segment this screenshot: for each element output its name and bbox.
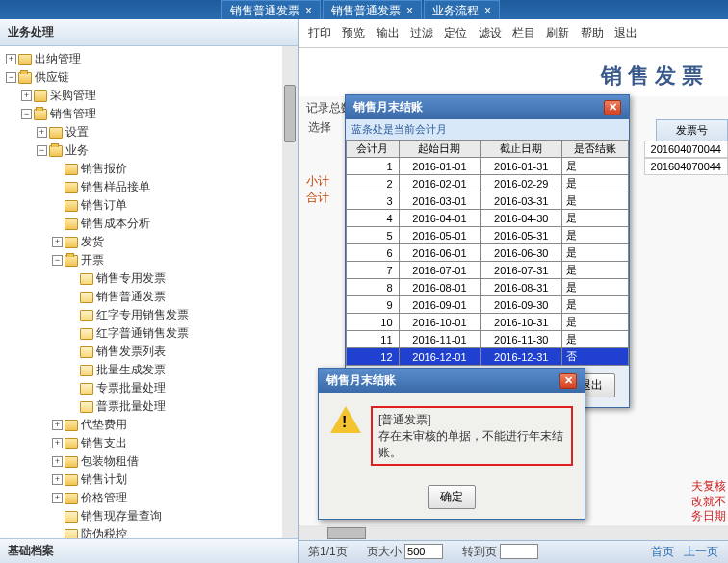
tree-quote[interactable]: 销售报价	[2, 160, 296, 178]
toolbar-locate[interactable]: 定位	[444, 26, 467, 39]
top-tab[interactable]: 业务流程×	[424, 0, 500, 19]
tree-batch-normal[interactable]: 普票批量处理	[2, 397, 296, 416]
col-end: 截止日期	[481, 141, 562, 158]
status-bar: 第1/1页 页大小 转到页 首页 上一页	[299, 540, 728, 563]
expand-icon[interactable]: +	[52, 420, 63, 430]
expand-icon[interactable]: +	[52, 438, 63, 448]
top-tab[interactable]: 销售普通发票×	[221, 0, 321, 19]
tree-inv-red-special[interactable]: 红字专用销售发票	[2, 306, 296, 324]
period-table: 会计月 起始日期 截止日期 是否结账 12016-01-012016-01-31…	[346, 140, 629, 366]
toolbar-exit[interactable]: 退出	[614, 26, 637, 39]
expand-icon[interactable]: +	[6, 54, 16, 64]
page-size-input[interactable]	[404, 544, 443, 559]
dialog-hint: 蓝条处是当前会计月	[346, 119, 629, 140]
subtotal-label: 小计合计	[306, 173, 329, 206]
message-dialog: 销售月末结账 ✕ [普通发票] 存在未审核的单据，不能进行年末结账。 确定	[318, 368, 585, 520]
filter-label: 选择	[308, 119, 331, 136]
tree-sales[interactable]: −销售管理	[2, 105, 296, 123]
toolbar-filter[interactable]: 过滤	[410, 26, 433, 39]
tree-scrollbar[interactable]	[282, 46, 298, 538]
tree-cashier[interactable]: +出纳管理	[2, 50, 296, 68]
toolbar-output[interactable]: 输出	[377, 26, 400, 39]
tree-inv-list[interactable]: 销售发票列表	[2, 343, 296, 361]
message-text: [普通发票] 存在未审核的单据，不能进行年末结账。	[371, 406, 573, 466]
expand-icon[interactable]: +	[37, 127, 47, 138]
period-row[interactable]: 12016-01-012016-01-31是	[347, 158, 629, 175]
scrollbar-thumb[interactable]	[327, 527, 366, 539]
tree-sample[interactable]: 销售样品接单	[2, 178, 296, 196]
scrollbar-thumb[interactable]	[284, 85, 296, 142]
expand-icon[interactable]: +	[52, 456, 63, 467]
collapse-icon[interactable]: −	[21, 109, 32, 119]
period-row[interactable]: 102016-10-012016-10-31是	[347, 314, 629, 331]
tree-prepaid[interactable]: +代垫费用	[2, 416, 296, 434]
tree-packaging[interactable]: +包装物租借	[2, 452, 296, 471]
dialog-titlebar[interactable]: 销售月末结账 ✕	[319, 369, 585, 393]
first-page-link[interactable]: 首页	[651, 544, 674, 560]
col-closed: 是否结账	[562, 141, 629, 158]
horizontal-scrollbar[interactable]	[299, 525, 728, 540]
tree-price[interactable]: +价格管理	[2, 489, 296, 507]
sidebar-footer[interactable]: 基础档案	[0, 538, 298, 563]
toolbar-refresh[interactable]: 刷新	[546, 26, 569, 39]
tree-invoice[interactable]: −开票	[2, 251, 296, 269]
expand-icon[interactable]: +	[52, 237, 63, 247]
tree-batch-gen[interactable]: 批量生成发票	[2, 361, 296, 379]
table-row[interactable]: 201604070044	[644, 158, 728, 175]
period-row[interactable]: 32016-03-012016-03-31是	[347, 192, 629, 210]
close-icon[interactable]: ×	[406, 4, 413, 17]
expand-icon[interactable]: +	[52, 474, 63, 485]
col-period: 会计月	[347, 141, 400, 158]
collapse-icon[interactable]: −	[37, 145, 47, 156]
period-row[interactable]: 82016-08-012016-08-31是	[347, 279, 629, 296]
page-indicator: 第1/1页	[308, 544, 348, 560]
tree-expense[interactable]: +销售支出	[2, 434, 296, 452]
toolbar-preview[interactable]: 预览	[342, 26, 365, 39]
tree-purchase[interactable]: +采购管理	[2, 87, 296, 105]
period-row[interactable]: 92016-09-012016-09-30是	[347, 296, 629, 314]
close-icon[interactable]: ✕	[559, 373, 577, 389]
side-warning-text: 夫复核改就不务日期	[691, 479, 726, 525]
close-icon[interactable]: ×	[305, 4, 312, 17]
collapse-icon[interactable]: −	[6, 72, 16, 83]
period-row[interactable]: 122016-12-012016-12-31否	[347, 348, 629, 366]
close-icon[interactable]: ×	[484, 4, 491, 17]
expand-icon[interactable]: +	[52, 493, 63, 503]
tree-settings[interactable]: +设置	[2, 123, 296, 141]
tree-anti-fraud[interactable]: 防伪税控	[2, 525, 296, 538]
dialog-title-text: 销售月末结账	[326, 372, 396, 389]
expand-icon[interactable]: +	[21, 90, 32, 101]
column-header-invoice-no[interactable]: 发票号	[656, 119, 728, 141]
tree-supply[interactable]: −供应链	[2, 68, 296, 87]
top-tab[interactable]: 销售普通发票×	[323, 0, 422, 19]
toolbar-help[interactable]: 帮助	[581, 26, 604, 39]
toolbar-columns[interactable]: 栏目	[512, 26, 535, 39]
tree-inv-special[interactable]: 销售专用发票	[2, 269, 296, 288]
tree-ship[interactable]: +发货	[2, 233, 296, 251]
period-row[interactable]: 62016-06-012016-06-30是	[347, 244, 629, 262]
tree-batch-special[interactable]: 专票批量处理	[2, 379, 296, 397]
goto-page-input[interactable]	[500, 544, 538, 559]
warning-icon	[330, 406, 361, 433]
toolbar-filter-set[interactable]: 滤设	[479, 26, 502, 39]
period-row[interactable]: 22016-02-012016-02-29是	[347, 175, 629, 192]
collapse-icon[interactable]: −	[52, 255, 63, 266]
tree-inv-red-normal[interactable]: 红字普通销售发票	[2, 324, 296, 343]
tree-cost[interactable]: 销售成本分析	[2, 215, 296, 233]
period-row[interactable]: 112016-11-012016-11-30是	[347, 331, 629, 348]
period-row[interactable]: 52016-05-012016-05-31是	[347, 227, 629, 244]
toolbar: 打印 预览 输出 过滤 定位 滤设 栏目 刷新 帮助 退出	[299, 19, 728, 48]
tree-inv-normal[interactable]: 销售普通发票	[2, 288, 296, 306]
tree-order[interactable]: 销售订单	[2, 196, 296, 215]
toolbar-print[interactable]: 打印	[308, 26, 331, 39]
close-icon[interactable]: ✕	[604, 100, 621, 115]
prev-page-link[interactable]: 上一页	[684, 544, 718, 560]
tree-plan[interactable]: +销售计划	[2, 471, 296, 489]
ok-button[interactable]: 确定	[428, 485, 476, 509]
table-row[interactable]: 201604070044	[644, 141, 728, 158]
dialog-titlebar[interactable]: 销售月末结账 ✕	[346, 95, 629, 119]
period-row[interactable]: 42016-04-012016-04-30是	[347, 210, 629, 227]
tree-business[interactable]: −业务	[2, 141, 296, 160]
period-row[interactable]: 72016-07-012016-07-31是	[347, 262, 629, 279]
tree-stock-query[interactable]: 销售现存量查询	[2, 507, 296, 525]
